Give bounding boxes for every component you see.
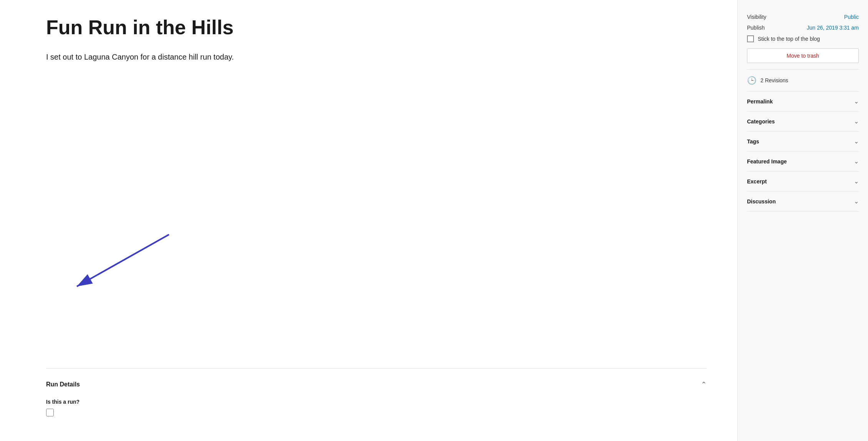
is-run-checkbox[interactable] (46, 409, 54, 416)
is-run-label: Is this a run? (46, 399, 707, 405)
revisions-row: 🕒 2 Revisions (747, 70, 859, 92)
is-run-field: Is this a run? (46, 399, 707, 418)
visibility-label: Visibility (747, 14, 766, 20)
publish-value[interactable]: Jun 26, 2019 3:31 am (807, 25, 859, 31)
featured-image-chevron-icon: ⌄ (854, 158, 859, 165)
stick-to-top-row: Stick to the top of the blog (747, 35, 859, 42)
stick-to-top-label: Stick to the top of the blog (758, 36, 820, 42)
tags-chevron-icon: ⌄ (854, 138, 859, 145)
move-to-trash-button[interactable]: Move to trash (747, 48, 859, 63)
excerpt-chevron-icon: ⌄ (854, 178, 859, 185)
sidebar-accordion: Permalink ⌄ Categories ⌄ Tags ⌄ Featured… (747, 92, 859, 211)
categories-chevron-icon: ⌄ (854, 118, 859, 125)
run-details-title: Run Details (46, 381, 80, 388)
discussion-header[interactable]: Discussion ⌄ (747, 191, 859, 211)
publish-row: Publish Jun 26, 2019 3:31 am (747, 25, 859, 31)
discussion-accordion: Discussion ⌄ (747, 191, 859, 211)
run-details-header[interactable]: Run Details ⌃ (46, 376, 707, 393)
tags-accordion: Tags ⌄ (747, 131, 859, 151)
visibility-value[interactable]: Public (844, 14, 859, 20)
permalink-accordion: Permalink ⌄ (747, 92, 859, 111)
featured-image-header[interactable]: Featured Image ⌄ (747, 151, 859, 171)
permalink-chevron-icon: ⌄ (854, 98, 859, 105)
categories-title: Categories (747, 118, 775, 125)
categories-header[interactable]: Categories ⌄ (747, 111, 859, 131)
stick-to-top-checkbox[interactable] (747, 35, 754, 42)
publish-label: Publish (747, 25, 765, 31)
discussion-chevron-icon: ⌄ (854, 198, 859, 205)
publish-section: Visibility Public Publish Jun 26, 2019 3… (747, 8, 859, 70)
featured-image-accordion: Featured Image ⌄ (747, 151, 859, 171)
categories-accordion: Categories ⌄ (747, 111, 859, 131)
sidebar: Visibility Public Publish Jun 26, 2019 3… (737, 0, 868, 441)
revisions-icon: 🕒 (747, 76, 757, 85)
permalink-title: Permalink (747, 98, 773, 105)
tags-title: Tags (747, 138, 759, 145)
tags-header[interactable]: Tags ⌄ (747, 131, 859, 151)
excerpt-title: Excerpt (747, 178, 767, 185)
main-content: Fun Run in the Hills I set out to Laguna… (0, 0, 737, 441)
post-title[interactable]: Fun Run in the Hills (46, 15, 707, 39)
post-body[interactable]: I set out to Laguna Canyon for a distanc… (46, 51, 707, 63)
run-details-meta-box: Run Details ⌃ Is this a run? (46, 368, 707, 426)
featured-image-title: Featured Image (747, 158, 787, 165)
run-details-collapse-icon[interactable]: ⌃ (701, 380, 707, 389)
excerpt-accordion: Excerpt ⌄ (747, 171, 859, 191)
discussion-title: Discussion (747, 198, 776, 205)
excerpt-header[interactable]: Excerpt ⌄ (747, 171, 859, 191)
permalink-header[interactable]: Permalink ⌄ (747, 92, 859, 111)
visibility-row: Visibility Public (747, 14, 859, 20)
revisions-label: 2 Revisions (760, 77, 788, 83)
